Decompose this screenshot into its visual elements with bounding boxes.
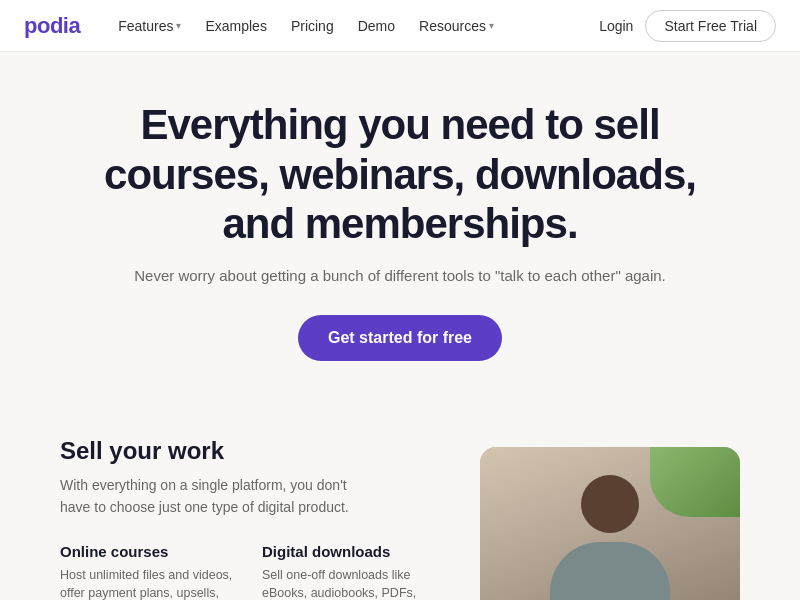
hero-section: Everything you need to sell courses, web… [0,52,800,397]
login-button[interactable]: Login [599,18,633,34]
hero-heading: Everything you need to sell courses, web… [80,100,720,249]
nav-pricing[interactable]: Pricing [281,12,344,40]
logo[interactable]: podia [24,13,80,39]
sell-image [480,447,740,600]
hero-subtitle: Never worry about getting a bunch of dif… [80,265,720,288]
nav-features[interactable]: Features ▾ [108,12,191,40]
feature-digital-downloads: Digital downloads Sell one-off downloads… [262,543,440,600]
features-grid: Online courses Host unlimited files and … [60,543,440,600]
nav-resources[interactable]: Resources ▾ [409,12,504,40]
sell-left: Sell your work With everything on a sing… [60,437,440,600]
person-head [581,475,639,533]
sell-section: Sell your work With everything on a sing… [0,397,800,600]
feature-description: Sell one-off downloads like eBooks, audi… [262,566,440,600]
nav-demo[interactable]: Demo [348,12,405,40]
sell-title: Sell your work [60,437,440,465]
navbar: podia Features ▾ Examples Pricing Demo R… [0,0,800,52]
nav-links: Features ▾ Examples Pricing Demo Resourc… [108,12,599,40]
person-background [480,447,740,600]
get-started-button[interactable]: Get started for free [298,315,502,361]
start-free-trial-button[interactable]: Start Free Trial [645,10,776,42]
feature-title: Online courses [60,543,238,560]
greenery-decoration [650,447,740,517]
feature-online-courses: Online courses Host unlimited files and … [60,543,238,600]
feature-description: Host unlimited files and videos, offer p… [60,566,238,600]
person-body [550,542,670,600]
feature-title: Digital downloads [262,543,440,560]
chevron-down-icon: ▾ [489,20,494,31]
nav-actions: Login Start Free Trial [599,10,776,42]
nav-examples[interactable]: Examples [195,12,276,40]
chevron-down-icon: ▾ [176,20,181,31]
sell-description: With everything on a single platform, yo… [60,475,380,518]
